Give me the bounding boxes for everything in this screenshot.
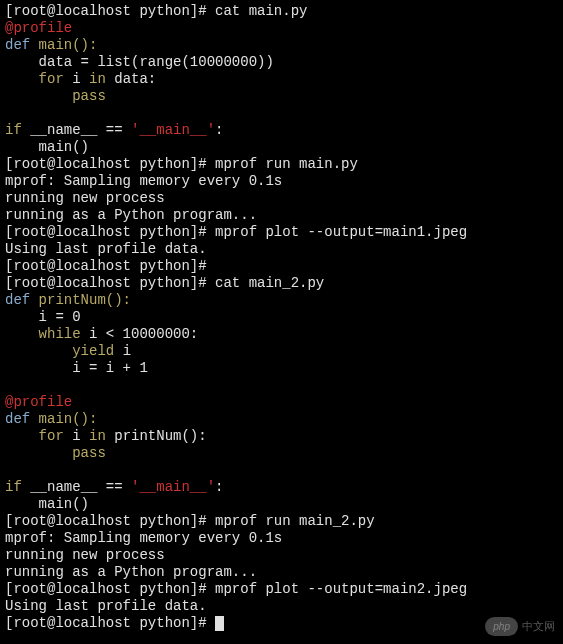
code-token: for [5, 71, 72, 87]
command-text: mprof run main_2.py [215, 513, 375, 529]
code-token: in [89, 428, 114, 444]
code-token: i [72, 71, 89, 87]
code-token: pass [5, 445, 106, 461]
code-token: yield [5, 343, 123, 359]
terminal-line: if __name__ == '__main__': [5, 479, 558, 496]
prompt-prefix: [root@localhost python]# [5, 513, 215, 529]
terminal-line: [root@localhost python]# mprof run main_… [5, 513, 558, 530]
terminal-line: [root@localhost python]# cat main_2.py [5, 275, 558, 292]
prompt-prefix: [root@localhost python]# [5, 275, 215, 291]
terminal-line: mprof: Sampling memory every 0.1s [5, 530, 558, 547]
command-text: mprof run main.py [215, 156, 358, 172]
prompt-prefix: [root@localhost python]# [5, 615, 215, 631]
terminal-line: data = list(range(10000000)) [5, 54, 558, 71]
command-text: mprof plot --output=main1.jpeg [215, 224, 467, 240]
code-decorator: @profile [5, 394, 72, 410]
code-token: data: [114, 71, 156, 87]
terminal-line: def main(): [5, 411, 558, 428]
code-decorator: @profile [5, 20, 72, 36]
terminal-line: while i < 10000000: [5, 326, 558, 343]
code-token: : [215, 479, 223, 495]
watermark: php 中文网 [485, 617, 555, 636]
terminal-output[interactable]: [root@localhost python]# cat main.py@pro… [5, 3, 558, 632]
terminal-line [5, 105, 558, 122]
prompt-prefix: [root@localhost python]# [5, 3, 215, 19]
code-token: main(): [39, 37, 98, 53]
code-token: if [5, 122, 30, 138]
terminal-line: [root@localhost python]# [5, 615, 558, 632]
code-token: def [5, 292, 39, 308]
watermark-text: 中文网 [522, 618, 555, 635]
prompt-prefix: [root@localhost python]# [5, 156, 215, 172]
terminal-line: Using last profile data. [5, 598, 558, 615]
code-token: i [72, 428, 89, 444]
code-token: '__main__' [131, 479, 215, 495]
code-token: def [5, 411, 39, 427]
terminal-line: running as a Python program... [5, 207, 558, 224]
terminal-line: pass [5, 88, 558, 105]
terminal-line: if __name__ == '__main__': [5, 122, 558, 139]
terminal-line: for i in printNum(): [5, 428, 558, 445]
code-token: pass [5, 88, 106, 104]
terminal-line: [root@localhost python]# mprof plot --ou… [5, 224, 558, 241]
code-token: in [89, 71, 114, 87]
terminal-line: [root@localhost python]# mprof run main.… [5, 156, 558, 173]
command-text: cat main_2.py [215, 275, 324, 291]
code-token: __name__ == [30, 122, 131, 138]
terminal-line: @profile [5, 394, 558, 411]
terminal-line: @profile [5, 20, 558, 37]
code-token: printNum(): [39, 292, 131, 308]
terminal-line: yield i [5, 343, 558, 360]
code-token: main(): [39, 411, 98, 427]
code-token: '__main__' [131, 122, 215, 138]
terminal-line: running new process [5, 190, 558, 207]
terminal-line [5, 462, 558, 479]
prompt-prefix: [root@localhost python]# [5, 258, 215, 274]
terminal-line: running as a Python program... [5, 564, 558, 581]
code-token: i < 10000000: [89, 326, 198, 342]
terminal-line: running new process [5, 547, 558, 564]
prompt-prefix: [root@localhost python]# [5, 581, 215, 597]
terminal-line: pass [5, 445, 558, 462]
terminal-line: [root@localhost python]# cat main.py [5, 3, 558, 20]
terminal-line: for i in data: [5, 71, 558, 88]
code-token: if [5, 479, 30, 495]
terminal-line: main() [5, 139, 558, 156]
terminal-line: def main(): [5, 37, 558, 54]
terminal-line: i = 0 [5, 309, 558, 326]
code-token: def [5, 37, 39, 53]
terminal-line: mprof: Sampling memory every 0.1s [5, 173, 558, 190]
code-token: for [5, 428, 72, 444]
terminal-line: [root@localhost python]# [5, 258, 558, 275]
command-text: mprof plot --output=main2.jpeg [215, 581, 467, 597]
cursor [215, 616, 224, 631]
code-token: __name__ == [30, 479, 131, 495]
code-token: printNum(): [114, 428, 206, 444]
terminal-line: [root@localhost python]# mprof plot --ou… [5, 581, 558, 598]
code-token: i [123, 343, 131, 359]
command-text: cat main.py [215, 3, 307, 19]
terminal-line: Using last profile data. [5, 241, 558, 258]
terminal-line: def printNum(): [5, 292, 558, 309]
terminal-line [5, 377, 558, 394]
code-token: : [215, 122, 223, 138]
terminal-line: main() [5, 496, 558, 513]
code-token: while [5, 326, 89, 342]
prompt-prefix: [root@localhost python]# [5, 224, 215, 240]
terminal-line: i = i + 1 [5, 360, 558, 377]
watermark-badge: php [485, 617, 518, 636]
